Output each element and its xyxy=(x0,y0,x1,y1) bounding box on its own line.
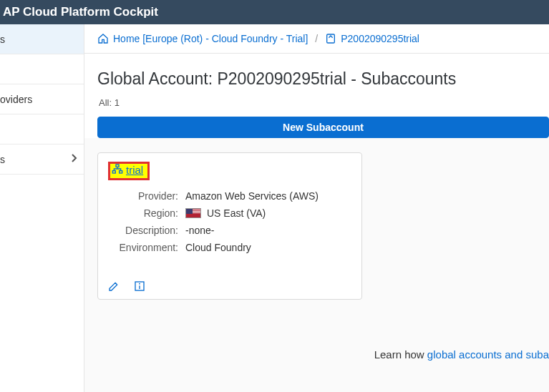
field-description: Description: -none- xyxy=(108,225,351,236)
sidebar-item-0[interactable]: s xyxy=(0,24,84,54)
sidebar: s oviders s xyxy=(0,24,84,392)
field-label: Region: xyxy=(108,207,178,219)
app-title: AP Cloud Platform Cockpit xyxy=(3,5,158,19)
all-count: All: 1 xyxy=(84,97,549,117)
sidebar-item-label: s xyxy=(0,154,71,165)
card-fields: Provider: Amazon Web Services (AWS) Regi… xyxy=(108,190,351,253)
home-icon xyxy=(97,33,109,44)
learn-prefix: Learn how xyxy=(374,348,427,361)
account-icon xyxy=(325,33,336,44)
sidebar-item-label: oviders xyxy=(0,94,78,105)
subaccount-name: trial xyxy=(126,164,143,176)
card-actions xyxy=(108,275,351,292)
sidebar-item-3[interactable] xyxy=(0,114,84,144)
hierarchy-icon xyxy=(112,164,123,176)
us-flag-icon xyxy=(185,208,201,218)
field-value: US East (VA) xyxy=(185,207,351,219)
sidebar-item-label: s xyxy=(0,34,81,45)
svg-rect-3 xyxy=(120,171,122,173)
field-region: Region: US East (VA) xyxy=(108,207,351,219)
field-value: Amazon Web Services (AWS) xyxy=(185,190,351,202)
field-label: Environment: xyxy=(108,242,178,253)
sidebar-item-4[interactable]: s xyxy=(0,144,84,175)
top-bar: AP Cloud Platform Cockpit xyxy=(0,0,549,24)
svg-point-6 xyxy=(139,283,140,285)
breadcrumb-account[interactable]: P2002090295trial xyxy=(325,33,419,44)
svg-rect-2 xyxy=(112,171,115,173)
breadcrumb-home-label: Home [Europe (Rot) - Cloud Foundry - Tri… xyxy=(113,33,308,44)
field-label: Provider: xyxy=(108,190,178,202)
subaccount-card: trial Provider: Amazon Web Services (AWS… xyxy=(97,152,362,300)
learn-text: Learn how global accounts and suba xyxy=(374,348,549,361)
field-provider: Provider: Amazon Web Services (AWS) xyxy=(108,190,351,202)
sidebar-item-2[interactable]: oviders xyxy=(0,84,84,114)
field-value: -none- xyxy=(185,225,351,236)
svg-rect-1 xyxy=(116,165,119,167)
chevron-right-icon xyxy=(71,153,78,165)
info-icon[interactable] xyxy=(134,280,145,292)
field-label: Description: xyxy=(108,225,178,236)
page-title: Global Account: P2002090295trial - Subac… xyxy=(84,54,549,89)
breadcrumb-separator: / xyxy=(315,33,318,44)
field-value: Cloud Foundry xyxy=(185,242,351,253)
breadcrumb-account-label: P2002090295trial xyxy=(341,33,419,44)
breadcrumb-home[interactable]: Home [Europe (Rot) - Cloud Foundry - Tri… xyxy=(97,33,308,44)
new-subaccount-button[interactable]: New Subaccount xyxy=(97,117,549,138)
breadcrumb: Home [Europe (Rot) - Cloud Foundry - Tri… xyxy=(84,24,549,53)
sidebar-item-1[interactable] xyxy=(0,54,84,84)
learn-link[interactable]: global accounts and suba xyxy=(427,348,549,361)
region-text: US East (VA) xyxy=(207,207,266,219)
card-title-highlight: trial xyxy=(108,162,150,180)
edit-icon[interactable] xyxy=(108,280,120,292)
field-environment: Environment: Cloud Foundry xyxy=(108,242,351,253)
subaccount-link[interactable]: trial xyxy=(112,164,143,176)
